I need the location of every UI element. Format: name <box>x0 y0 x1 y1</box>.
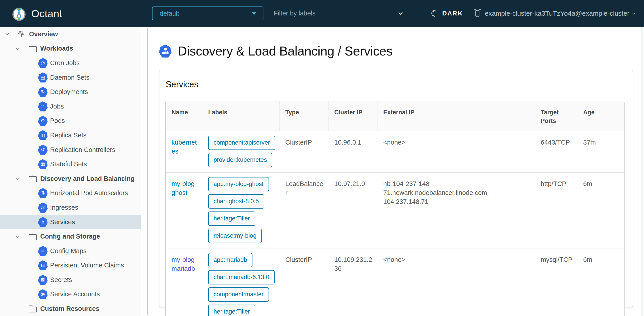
label-tag[interactable]: component:apiserver <box>208 136 275 150</box>
sidebar-item-service-accounts[interactable]: ◉Service Accounts <box>0 287 141 302</box>
column-header-target-ports: Target Ports <box>535 101 577 131</box>
sidebar-item-replication-controllers[interactable]: ↺Replication Controllers <box>0 143 141 157</box>
brand-title: Octant <box>31 8 62 20</box>
cluster-ip-cell: 10.97.21.0 <box>328 173 378 248</box>
cron-jobs-icon: ◔ <box>38 58 48 68</box>
cluster-name: example-cluster-ka3TuTzYo4a@example-clus… <box>485 10 630 17</box>
octant-logo-icon <box>12 6 26 21</box>
content-scrollbar[interactable] <box>641 27 644 316</box>
moon-icon: ☾ <box>430 8 440 19</box>
sidebar-item-stateful-sets[interactable]: ▦Stateful Sets <box>0 157 141 171</box>
persistent-volume-claims-icon: ⊟ <box>38 260 48 270</box>
replication-controllers-icon: ↺ <box>38 145 48 155</box>
services-table: NameLabelsTypeCluster IPExternal IPTarge… <box>165 101 624 316</box>
overview-icon <box>17 30 25 38</box>
external-ip-cell: nb-104-237-148-71.newark.nodebalancer.li… <box>378 173 535 248</box>
table-body: kubernetescomponent:apiserverprovider:ku… <box>166 131 624 316</box>
sidebar-item-custom-resources[interactable]: Custom Resources <box>0 301 141 316</box>
chevron-down-icon[interactable] <box>16 234 20 238</box>
label-tag[interactable]: app:mariadb <box>208 253 252 267</box>
sidebar-item-label: Ingresses <box>50 204 78 211</box>
sidebar-nav-list: OverviewWorkloads◔Cron Jobs▤Daemon Sets↻… <box>0 27 141 316</box>
cluster-ip-cell: 10.96.0.1 <box>328 131 378 172</box>
sidebar-item-label: Discovery and Load Balancing <box>40 175 134 182</box>
cluster-ip-cell: 10.109.231.236 <box>328 248 378 316</box>
sidebar-item-pods[interactable]: ⊙Pods <box>0 114 141 128</box>
column-header-cluster-ip: Cluster IP <box>328 101 378 131</box>
table-header-row: NameLabelsTypeCluster IPExternal IPTarge… <box>166 101 624 131</box>
dark-theme-toggle[interactable]: ☾ DARK <box>431 0 463 27</box>
cluster-icon <box>474 9 481 18</box>
external-ip-cell: <none> <box>378 131 535 172</box>
sidebar-item-horizontal-pod-autoscalers[interactable]: ⇅Horizontal Pod Autoscalers <box>0 186 141 200</box>
labels-cell: component:apiserverprovider:kubernetes <box>202 131 280 172</box>
target-ports-cell: mysql/TCP <box>535 248 577 316</box>
jobs-icon: ∷ <box>38 101 48 111</box>
sidebar-item-secrets[interactable]: ⊠Secrets <box>0 272 141 287</box>
sidebar-item-cron-jobs[interactable]: ◔Cron Jobs <box>0 56 141 70</box>
table-row: my-blog-mariadbapp:mariadbchart:mariadb-… <box>166 248 624 316</box>
chevron-down-icon <box>632 12 635 15</box>
folder-icon <box>28 233 37 240</box>
sidebar-scrollbar-thumb[interactable] <box>147 28 148 315</box>
sidebar-item-label: Config and Storage <box>40 233 100 240</box>
sidebar-item-ingresses[interactable]: ⇄Ingresses <box>0 200 141 215</box>
chevron-down-icon[interactable] <box>16 46 20 50</box>
service-link[interactable]: kubernetes <box>172 139 197 155</box>
replica-sets-icon: ▥ <box>38 130 48 140</box>
filter-by-labels-input[interactable]: Filter by labels <box>273 7 405 20</box>
sidebar-item-overview[interactable]: Overview <box>0 27 141 41</box>
service-heptagon-icon <box>159 45 172 58</box>
sidebar-item-label: Stateful Sets <box>50 160 87 168</box>
label-tag[interactable]: heritage:Tiller <box>208 304 255 316</box>
octant-app: Octant default Filter by labels ☾ DARK e… <box>0 0 644 316</box>
age-cell: 6m <box>577 173 624 248</box>
sidebar-item-daemon-sets[interactable]: ▤Daemon Sets <box>0 70 141 85</box>
label-tag[interactable]: heritage:Tiller <box>208 211 255 226</box>
sidebar-item-config-maps[interactable]: ≡Config Maps <box>0 244 141 258</box>
sidebar-item-replica-sets[interactable]: ▥Replica Sets <box>0 128 141 143</box>
sidebar-scrollbar[interactable] <box>141 27 149 316</box>
table-row: my-blog-ghostapp:my-blog-ghostchart:ghos… <box>166 173 624 248</box>
target-ports-cell: 6443/TCP <box>535 131 577 172</box>
table-row: kubernetescomponent:apiserverprovider:ku… <box>166 131 624 173</box>
sidebar-item-deployments[interactable]: ↻Deployments <box>0 85 141 99</box>
sidebar-item-label: Secrets <box>50 276 72 283</box>
sidebar-item-label: Config Maps <box>50 247 86 255</box>
sidebar-item-label: Service Accounts <box>50 290 100 298</box>
main-content: Discovery & Load Balancing / Services Se… <box>149 27 641 316</box>
page-title: Discovery & Load Balancing / Services <box>178 44 392 58</box>
label-tag[interactable]: release:my-blog <box>208 229 262 243</box>
chevron-down-icon[interactable] <box>5 32 9 36</box>
services-icon: ⋔ <box>38 217 48 227</box>
label-tag[interactable]: chart:mariadb-6.13.0 <box>208 270 274 284</box>
type-cell: ClusterIP <box>280 131 328 172</box>
card-title: Services <box>166 80 627 89</box>
label-tag[interactable]: chart:ghost-8.0.5 <box>208 194 264 209</box>
ingresses-icon: ⇄ <box>38 203 48 213</box>
sidebar-item-services[interactable]: ⋔Services <box>0 215 141 229</box>
type-cell: LoadBalancer <box>280 173 328 248</box>
sidebar-item-discovery-and-load-balancing[interactable]: Discovery and Load Balancing <box>0 171 141 186</box>
dark-theme-label: DARK <box>442 10 463 17</box>
label-tag[interactable]: component:master <box>208 287 269 302</box>
services-card: Services NameLabelsTypeCluster IPExterna… <box>159 70 633 307</box>
sidebar-item-persistent-volume-claims[interactable]: ⊟Persistent Volume Claims <box>0 258 141 273</box>
sidebar-item-config-and-storage[interactable]: Config and Storage <box>0 229 141 244</box>
sidebar-item-label: Replication Controllers <box>50 146 116 154</box>
column-header-labels: Labels <box>202 101 280 131</box>
external-ip-cell: <none> <box>378 248 535 316</box>
sidebar-item-workloads[interactable]: Workloads <box>0 41 141 56</box>
sidebar-item-jobs[interactable]: ∷Jobs <box>0 99 141 114</box>
service-link[interactable]: my-blog-mariadb <box>172 256 197 272</box>
sidebar-item-label: Jobs <box>50 103 64 110</box>
label-tag[interactable]: provider:kubernetes <box>208 153 272 167</box>
chevron-down-icon[interactable] <box>16 176 20 180</box>
filter-placeholder: Filter by labels <box>274 10 399 17</box>
label-tag[interactable]: app:my-blog-ghost <box>208 177 269 191</box>
namespace-select[interactable]: default <box>152 7 264 20</box>
target-ports-cell: http/TCP <box>535 173 577 248</box>
service-link[interactable]: my-blog-ghost <box>172 180 197 196</box>
service-accounts-icon: ◉ <box>38 289 48 299</box>
cluster-selector[interactable]: example-cluster-ka3TuTzYo4a@example-clus… <box>474 0 635 27</box>
